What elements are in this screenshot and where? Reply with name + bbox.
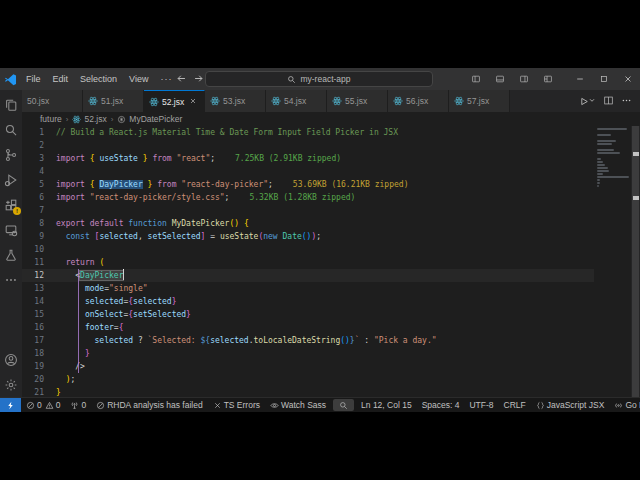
code-line[interactable]: 3import { useState } from "react";7.25KB… — [22, 152, 594, 165]
window-minimize-button[interactable] — [568, 68, 592, 90]
breadcrumb-item[interactable]: MyDatePicker — [117, 114, 182, 124]
minimap[interactable] — [594, 126, 631, 397]
menu-file[interactable]: File — [20, 70, 47, 88]
layout-customize-icon[interactable] — [536, 68, 560, 90]
code-line[interactable]: 20 ); — [22, 373, 594, 386]
status-indentation[interactable]: Spaces: 4 — [417, 398, 465, 412]
editor-scrollbar[interactable] — [631, 126, 640, 397]
status-remote-indicator[interactable] — [0, 398, 21, 412]
status-ports[interactable]: 0 — [65, 398, 91, 412]
code-line[interactable]: 6import "react-day-picker/style.css";5.3… — [22, 191, 594, 204]
editor-more-actions-icon[interactable] — [621, 95, 632, 108]
react-file-icon — [210, 96, 220, 106]
status-watch-sass[interactable]: Watch Sass — [265, 398, 331, 412]
status-language-mode[interactable]: JavaScript JSX — [531, 398, 610, 412]
code-line[interactable]: 10 — [22, 243, 594, 256]
line-number: 15 — [22, 308, 56, 321]
line-content: // Build a React.js Material Time & Date… — [56, 126, 594, 139]
code-line[interactable]: 4 — [22, 165, 594, 178]
status-cursor-position[interactable]: Ln 12, Col 15 — [356, 398, 417, 412]
menu-edit[interactable]: Edit — [47, 70, 75, 88]
code-line[interactable]: 15 onSelect={setSelected} — [22, 308, 594, 321]
breadcrumb-item[interactable]: future — [40, 114, 62, 124]
run-dropdown-chevron-icon[interactable] — [589, 96, 596, 106]
code-line[interactable]: 2 — [22, 139, 594, 152]
status-rhda-status[interactable]: RHDA analysis has failed — [91, 398, 207, 412]
run-code-button[interactable] — [578, 96, 596, 107]
activity-search-icon[interactable] — [0, 117, 22, 142]
error-icon — [26, 401, 35, 410]
menu-overflow-button[interactable]: ··· — [154, 74, 178, 84]
line-number: 17 — [22, 334, 56, 347]
warning-icon — [45, 401, 54, 410]
tab-50-jsx[interactable]: 50.jsx — [22, 90, 83, 112]
status-ts-errors[interactable]: TS Errors — [208, 398, 265, 412]
line-number: 2 — [22, 139, 56, 152]
code-line[interactable]: 9 const [selected, setSelected] = useSta… — [22, 230, 594, 243]
error-icon — [96, 401, 105, 410]
line-number: 7 — [22, 204, 56, 217]
code-editor[interactable]: 1// Build a React.js Material Time & Dat… — [22, 126, 640, 397]
line-number: 5 — [22, 178, 56, 191]
code-line[interactable]: 13 mode="single" — [22, 282, 594, 295]
status-problems[interactable]: 00 — [21, 398, 65, 412]
line-content: import { useState } from "react";7.25KB … — [56, 152, 594, 165]
activity-account-icon[interactable] — [0, 347, 22, 372]
tab-label: 50.jsx — [27, 96, 49, 106]
line-content — [56, 165, 594, 178]
status-eol[interactable]: CRLF — [499, 398, 531, 412]
tab-57-jsx[interactable]: 57.jsx — [449, 90, 510, 112]
navigate-forward-icon[interactable] — [193, 73, 204, 86]
activity-testing-icon[interactable] — [0, 242, 22, 267]
tab-51-jsx[interactable]: 51.jsx — [83, 90, 144, 112]
activity-extensions-icon[interactable]: ! — [0, 192, 22, 217]
code-line[interactable]: 8export default function MyDatePicker() … — [22, 217, 594, 230]
code-line[interactable]: 7 — [22, 204, 594, 217]
tab-close-icon[interactable] — [189, 97, 199, 107]
line-number: 8 — [22, 217, 56, 230]
code-line[interactable]: 19 /> — [22, 360, 594, 373]
code-line[interactable]: 5import { DayPicker } from "react-day-pi… — [22, 178, 594, 191]
line-number: 13 — [22, 282, 56, 295]
tab-55-jsx[interactable]: 55.jsx — [327, 90, 388, 112]
tab-bar: 50.jsx51.jsx52.jsx53.jsx54.jsx55.jsx56.j… — [22, 90, 640, 112]
activity-remote-explorer-icon[interactable] — [0, 217, 22, 242]
activity-more-icon[interactable] — [0, 267, 22, 292]
status-go-live[interactable]: Go Live — [609, 398, 640, 412]
layout-sidebar-right-icon[interactable] — [512, 68, 536, 90]
code-line[interactable]: 17 selected ? `Selected: ${selected.toLo… — [22, 334, 594, 347]
activity-source-control-icon[interactable] — [0, 142, 22, 167]
vscode-window: FileEditSelectionView ··· my-react-app ! — [0, 68, 640, 412]
menu-view[interactable]: View — [123, 70, 154, 88]
activity-run-debug-icon[interactable] — [0, 167, 22, 192]
command-center-search[interactable]: my-react-app — [205, 71, 433, 87]
layout-sidebar-left-icon[interactable] — [464, 68, 488, 90]
activity-settings-icon[interactable] — [0, 372, 22, 397]
window-maximize-button[interactable] — [592, 68, 616, 90]
layout-panel-icon[interactable] — [488, 68, 512, 90]
tab-label: 52.jsx — [162, 97, 184, 107]
window-close-button[interactable] — [616, 68, 640, 90]
code-line[interactable]: 18 } — [22, 347, 594, 360]
code-line[interactable]: 16 footer={ — [22, 321, 594, 334]
code-line[interactable]: 14 selected={selected} — [22, 295, 594, 308]
code-line[interactable]: 1// Build a React.js Material Time & Dat… — [22, 126, 594, 139]
line-number: 11 — [22, 256, 56, 269]
tab-54-jsx[interactable]: 54.jsx — [266, 90, 327, 112]
breadcrumb-item[interactable]: 52.jsx — [72, 114, 106, 124]
line-content: ); — [56, 373, 594, 386]
import-cost-hint: 5.32KB (1.28KB zipped) — [249, 193, 355, 202]
code-line[interactable]: 12 <DayPicker — [22, 269, 594, 282]
tab-56-jsx[interactable]: 56.jsx — [388, 90, 449, 112]
tab-52-jsx[interactable]: 52.jsx — [144, 90, 205, 112]
code-line[interactable]: 11 return ( — [22, 256, 594, 269]
activity-explorer-icon[interactable] — [0, 92, 22, 117]
status-encoding[interactable]: UTF-8 — [464, 398, 498, 412]
tab-53-jsx[interactable]: 53.jsx — [205, 90, 266, 112]
status-search-indicator[interactable] — [333, 399, 354, 411]
menu-selection[interactable]: Selection — [74, 70, 123, 88]
line-content: selected ? `Selected: ${selected.toLocal… — [56, 334, 594, 347]
code-line[interactable]: 21} — [22, 386, 594, 397]
navigate-back-icon[interactable] — [176, 73, 187, 86]
split-editor-icon[interactable] — [603, 95, 614, 108]
